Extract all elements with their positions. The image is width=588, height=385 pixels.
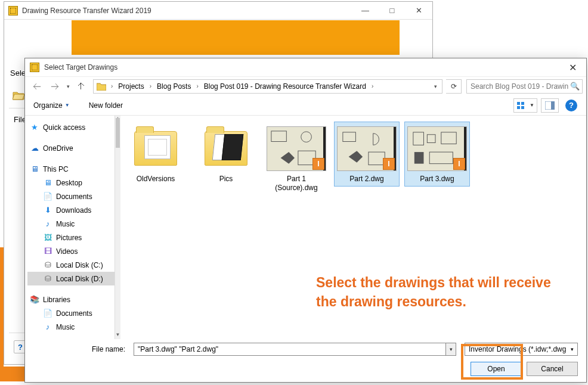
help-button[interactable]: ?: [562, 98, 580, 113]
app-icon: [8, 6, 18, 15]
chevron-right-icon[interactable]: ›: [148, 83, 153, 89]
tree-libraries[interactable]: 📚Libraries: [27, 293, 114, 306]
address-bar[interactable]: › Projects › Blog Posts › Blog Post 019 …: [93, 79, 442, 94]
refresh-button[interactable]: ⟳: [446, 79, 462, 94]
chevron-down-icon[interactable]: ▾: [445, 343, 456, 356]
inventor-badge-icon: I: [312, 158, 324, 170]
tree-documents[interactable]: 📄Documents: [27, 190, 114, 203]
music-icon: ♪: [43, 219, 52, 229]
minimize-button[interactable]: —: [352, 2, 379, 19]
tree-desktop[interactable]: 🖥Desktop: [27, 176, 114, 190]
tree-lib-music[interactable]: ♪Music: [27, 320, 114, 334]
tree-quick-access[interactable]: ★Quick access: [27, 120, 114, 134]
tree-lib-documents[interactable]: 📄Documents: [27, 306, 114, 320]
scroll-down-icon[interactable]: ▼: [115, 332, 120, 339]
svg-rect-12: [427, 134, 435, 142]
breadcrumb-segment[interactable]: Blog Posts: [153, 80, 194, 93]
dwg-thumbnail: I: [337, 126, 397, 171]
parent-window-title: Drawing Resource Transfer Wizard 2019: [22, 7, 352, 15]
chevron-right-icon[interactable]: ›: [194, 83, 200, 89]
help-icon: ?: [565, 100, 577, 111]
file-item-dwg[interactable]: I Part 1 (Source).dwg: [264, 122, 329, 195]
tree-pictures[interactable]: 🖼Pictures: [27, 231, 114, 244]
file-item-folder[interactable]: Pics: [193, 122, 259, 187]
tree-this-pc[interactable]: 🖥This PC: [27, 162, 114, 176]
svg-rect-5: [551, 101, 555, 110]
tree-label: Music: [56, 220, 75, 228]
tree-label: Documents: [56, 192, 92, 201]
view-options-button[interactable]: ▼: [513, 98, 537, 113]
new-folder-button[interactable]: New folder: [86, 99, 125, 112]
tree-label: Pictures: [56, 234, 82, 242]
open-button[interactable]: Open: [471, 362, 522, 376]
forward-button[interactable]: 🡢: [47, 79, 63, 94]
svg-point-7: [301, 131, 312, 142]
tree-videos[interactable]: 🎞Videos: [27, 244, 114, 258]
close-button[interactable]: ✕: [406, 2, 432, 19]
library-icon: 📚: [30, 295, 39, 305]
svg-rect-1: [521, 102, 524, 105]
file-type-filter[interactable]: Inventor Drawings (*.idw;*.dwg ▾: [465, 343, 578, 356]
dialog-title: Select Target Drawings: [44, 63, 559, 72]
up-button[interactable]: 🡡: [73, 79, 89, 94]
svg-rect-13: [441, 132, 456, 144]
filter-label: Inventor Drawings (*.idw;*.dwg: [469, 345, 566, 353]
disk-icon: ⛁: [43, 260, 52, 270]
folder-icon: [95, 80, 107, 92]
inventor-badge-icon: I: [453, 158, 465, 170]
tree-music[interactable]: ♪Music: [27, 217, 114, 231]
tree-label: This PC: [43, 165, 69, 173]
search-input[interactable]: [469, 82, 570, 91]
recent-locations-button[interactable]: ▾: [64, 79, 72, 94]
tree-downloads[interactable]: ⬇Downloads: [27, 203, 114, 217]
close-button[interactable]: ✕: [559, 58, 586, 76]
search-icon[interactable]: 🔍: [570, 82, 580, 91]
navigation-tree[interactable]: ★Quick access ☁OneDrive 🖥This PC 🖥Deskto…: [25, 116, 114, 339]
app-icon: [30, 63, 39, 72]
scroll-thumb[interactable]: [116, 118, 120, 148]
video-icon: 🎞: [43, 247, 52, 256]
inventor-badge-icon: I: [383, 158, 395, 170]
tree-label: Local Disk (D:): [56, 275, 103, 283]
filename-combo[interactable]: ▾: [134, 343, 456, 356]
svg-rect-6: [271, 131, 286, 141]
file-item-dwg[interactable]: I Part 2.dwg: [334, 122, 400, 187]
parent-titlebar: Drawing Resource Transfer Wizard 2019 — …: [4, 2, 432, 20]
cancel-button[interactable]: Cancel: [527, 362, 578, 376]
cloud-icon: ☁: [30, 144, 39, 153]
tree-label: Music: [56, 323, 75, 331]
preview-pane-button[interactable]: [541, 98, 559, 113]
tree-disk-d[interactable]: ⛁Local Disk (D:): [27, 272, 114, 285]
address-dropdown-button[interactable]: ▾: [429, 80, 442, 93]
tree-scrollbar[interactable]: ▲ ▼: [114, 116, 120, 339]
svg-rect-3: [521, 106, 524, 109]
download-icon: ⬇: [43, 206, 52, 215]
file-item-dwg[interactable]: I Part 3.dwg: [404, 122, 470, 187]
filename-input[interactable]: [134, 343, 445, 356]
folder-icon: [205, 131, 247, 166]
annotation-text: Select the drawings that will receive th…: [316, 273, 567, 311]
tree-label: Documents: [56, 309, 92, 318]
tree-label: Desktop: [56, 179, 82, 187]
chevron-right-icon[interactable]: ›: [370, 83, 375, 89]
search-box[interactable]: 🔍: [466, 79, 583, 94]
svg-rect-2: [517, 106, 520, 109]
organize-label: Organize: [33, 101, 63, 110]
maximize-button[interactable]: □: [379, 2, 406, 19]
back-button[interactable]: 🡠: [29, 79, 45, 94]
banner: [72, 20, 400, 55]
dialog-titlebar: Select Target Drawings ✕: [25, 58, 586, 76]
tree-label: Libraries: [43, 296, 70, 304]
file-dialog: Select Target Drawings ✕ 🡠 🡢 ▾ 🡡 › Proje…: [24, 58, 587, 383]
breadcrumb-segment[interactable]: Projects: [114, 80, 147, 93]
svg-rect-15: [429, 152, 453, 164]
open-folder-icon[interactable]: [13, 90, 24, 101]
organize-menu[interactable]: Organize▼: [31, 99, 72, 112]
parent-left-label: Sele: [10, 69, 26, 77]
file-item-folder[interactable]: OldVersions: [123, 122, 188, 187]
tree-disk-c[interactable]: ⛁Local Disk (C:): [27, 258, 114, 272]
tree-onedrive[interactable]: ☁OneDrive: [27, 141, 114, 155]
breadcrumb-segment[interactable]: Blog Post 019 - Drawing Resource Transfe…: [200, 80, 370, 93]
chevron-right-icon[interactable]: ›: [109, 83, 114, 89]
decoration: [0, 247, 4, 367]
